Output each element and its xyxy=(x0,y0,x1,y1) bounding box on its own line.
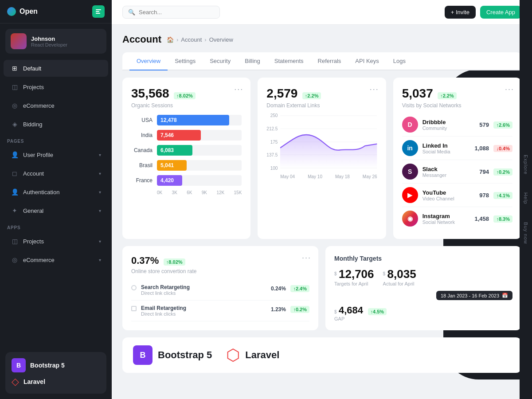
retarget-row-2: Email Retargeting Direct link clicks 1.2… xyxy=(131,301,309,321)
explore-link[interactable]: Explore xyxy=(523,155,528,175)
instagram-icon: ◉ xyxy=(402,211,418,227)
tab-api-keys[interactable]: API Keys xyxy=(348,52,386,70)
laravel-promo: ⬡ Laravel xyxy=(226,346,279,364)
chevron-down-icon-5: ▾ xyxy=(99,239,101,244)
laravel-promo-icon: ⬡ xyxy=(226,346,240,364)
nav-item-account[interactable]: ◻ Account ▾ xyxy=(4,165,108,182)
nav-item-bidding[interactable]: ◈ Bidding xyxy=(4,116,108,133)
projects-icon: ◫ xyxy=(11,83,19,91)
nav-label-default: Default xyxy=(23,65,41,72)
actual-label-april: Actual for April xyxy=(383,281,416,286)
page-title: Account xyxy=(122,34,161,45)
nav-item-projects[interactable]: ◫ Projects xyxy=(4,78,108,95)
nav-item-ecommerce-app[interactable]: ◎ eCommerce ▾ xyxy=(4,251,108,268)
laravel-icon: ◇ xyxy=(12,376,19,387)
chevron-down-icon-6: ▾ xyxy=(99,258,101,262)
bootstrap-label: Bootstrap 5 xyxy=(30,362,65,369)
stat-badge-social: ↑2.2% xyxy=(438,92,457,99)
ecommerce-icon: ◎ xyxy=(11,102,19,110)
svg-rect-1 xyxy=(96,11,99,12)
targets-title: Monthly Targets xyxy=(334,255,512,262)
bottom-promo-bar: B Bootstrap 5 ⬡ Laravel xyxy=(122,337,521,373)
bottom-promo: B Bootstrap 5 ◇ Laravel xyxy=(5,352,106,394)
breadcrumb: 🏠 › Account › Overview xyxy=(167,36,233,43)
stat-badge-links: ↑2.2% xyxy=(302,92,321,99)
nav-item-default[interactable]: ⊞ Default xyxy=(4,60,108,77)
target-label-april: Targets for April xyxy=(334,281,374,286)
logo-icon xyxy=(7,7,16,16)
more-options-btn-4[interactable]: ··· xyxy=(302,253,311,262)
bidding-icon: ◈ xyxy=(11,120,19,128)
nav-label-projects-app: Projects xyxy=(23,238,44,245)
b5-badge: B xyxy=(133,345,153,365)
tab-settings[interactable]: Settings xyxy=(168,52,203,70)
laravel-label: Laravel xyxy=(23,378,45,385)
date-range-badge: 18 Jan 2023 - 16 Feb 2023 📅 xyxy=(436,291,512,300)
chevron-down-icon-2: ▾ xyxy=(99,171,101,176)
y-axis: 250 212.5 175 137.5 100 xyxy=(266,113,278,171)
breadcrumb-parent[interactable]: Account xyxy=(181,36,202,43)
search-input[interactable] xyxy=(139,9,210,16)
more-options-btn-3[interactable]: ··· xyxy=(505,85,514,94)
retarget-circle-1 xyxy=(131,285,137,290)
general-icon: ✦ xyxy=(11,207,19,215)
more-options-btn-2[interactable]: ··· xyxy=(370,85,379,94)
tab-security[interactable]: Security xyxy=(203,52,238,70)
gap-amount: 4,684 xyxy=(339,305,363,316)
targets-card: Monthly Targets $ 12,706 Targets for Apr… xyxy=(325,246,521,330)
home-icon: 🏠 xyxy=(167,36,174,43)
stat-number-links: 2,579 xyxy=(266,86,297,100)
right-panel: Explore Help Buy now xyxy=(520,0,532,399)
bar-row-france: France 4,420 xyxy=(131,175,242,186)
tab-referrals[interactable]: Referrals xyxy=(311,52,348,70)
stat-card-social: ··· 5,037 ↑2.2% Visits by Social Network… xyxy=(393,78,521,239)
social-row-linkedin: in Linked In Social Media 1,088 ↓0.4% xyxy=(402,137,512,160)
nav-label-ecommerce: eCommerce xyxy=(23,102,55,109)
nav-item-authentication[interactable]: 👤 Authentication ▾ xyxy=(4,184,108,200)
account-icon: ◻ xyxy=(11,169,19,177)
stat-label-social: Visits by Social Networks xyxy=(402,102,512,109)
main-content: 🔍 + Invite Create App Account 🏠 › Accoun… xyxy=(112,0,532,399)
tab-overview[interactable]: Overview xyxy=(129,52,168,70)
social-row-instagram: ◉ Instagram Social Network 1,458 ↑8.3% xyxy=(402,207,512,230)
buy-now-link[interactable]: Buy now xyxy=(523,222,528,244)
help-link[interactable]: Help xyxy=(523,192,528,204)
tab-logs[interactable]: Logs xyxy=(386,52,413,70)
nav-item-user-profile[interactable]: 👤 User Profile ▾ xyxy=(4,146,108,163)
app-logo: Open xyxy=(7,7,38,16)
retarget-square-2 xyxy=(131,306,137,311)
create-app-button[interactable]: Create App xyxy=(480,6,521,19)
nav-label-bidding: Bidding xyxy=(23,121,42,128)
svg-rect-0 xyxy=(96,9,101,10)
grid-icon: ⊞ xyxy=(11,64,19,72)
tab-billing[interactable]: Billing xyxy=(238,52,267,70)
stat-number-social: 5,037 xyxy=(402,86,433,100)
retarget-row-1: Search Retargeting Direct link clicks 0.… xyxy=(131,280,309,301)
sidebar-toggle-btn[interactable] xyxy=(92,5,105,18)
more-options-btn-1[interactable]: ··· xyxy=(234,85,243,94)
bar-row-brasil: Brasil 5,041 xyxy=(131,160,242,171)
actual-amount-april: 8,035 xyxy=(387,267,416,281)
nav-item-projects-app[interactable]: ◫ Projects ▾ xyxy=(4,233,108,250)
nav-label-user-profile: User Profile xyxy=(23,152,53,158)
target-amount-april: 12,706 xyxy=(339,267,374,281)
conv-number: 0.37% xyxy=(131,255,159,266)
tab-statements[interactable]: Statements xyxy=(267,52,311,70)
social-row-slack: S Slack Messanger 794 ↑0.2% xyxy=(402,160,512,184)
search-box[interactable]: 🔍 xyxy=(122,6,220,19)
stat-number-sessions: 35,568 xyxy=(131,86,169,100)
bootstrap5-label: Bootstrap 5 xyxy=(158,349,212,361)
user-profile-icon: 👤 xyxy=(11,151,19,159)
nav-item-general[interactable]: ✦ General ▾ xyxy=(4,202,108,219)
user-card[interactable]: Johnson React Developer xyxy=(5,29,106,54)
sidebar: Open Johnson React Developer ⊞ Default ◫… xyxy=(0,0,112,399)
nav-label-projects: Projects xyxy=(23,84,44,90)
laravel-promo-label: Laravel xyxy=(245,349,279,361)
conv-badge: ↑8.02% xyxy=(164,258,185,266)
nav-item-ecommerce[interactable]: ◎ eCommerce xyxy=(4,97,108,114)
invite-button[interactable]: + Invite xyxy=(445,6,476,19)
linkedin-icon: in xyxy=(402,140,418,156)
user-role: React Developer xyxy=(31,42,67,47)
breadcrumb-current: Overview xyxy=(209,36,233,43)
conv-label: Online store convertion rate xyxy=(131,268,309,274)
